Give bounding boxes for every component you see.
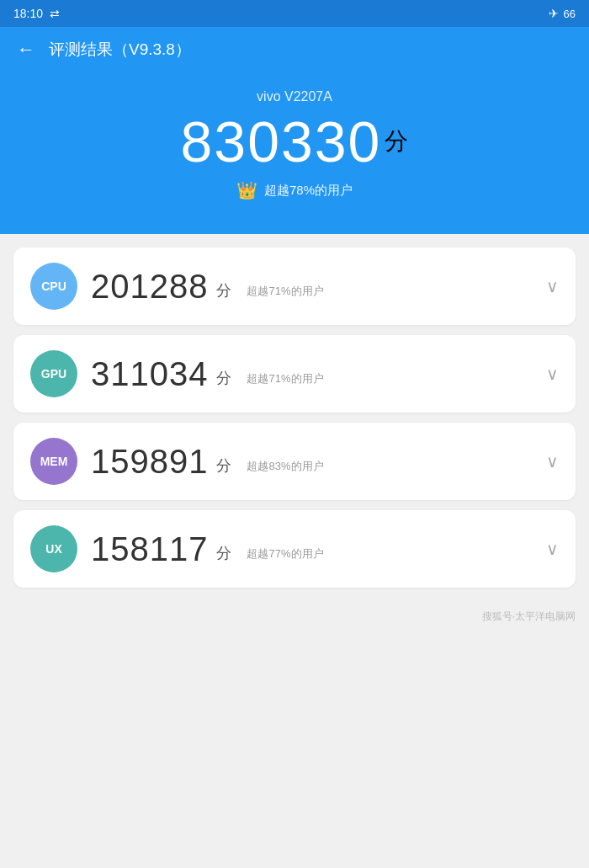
score-section: vivo V2207A 830330 分 👑 超越78%的用户 — [0, 72, 589, 234]
card-content-mem: 159891 分 超越83%的用户 — [91, 443, 533, 481]
total-percentile: 👑 超越78%的用户 — [236, 180, 353, 200]
expand-gpu-icon[interactable]: ∨ — [546, 364, 559, 384]
expand-mem-icon[interactable]: ∨ — [546, 451, 559, 471]
back-button[interactable]: ← — [17, 39, 35, 61]
status-left: 18:10 ⇄ — [13, 7, 60, 20]
sync-icon: ⇄ — [50, 7, 60, 20]
badge-ux: UX — [30, 525, 77, 572]
percentile-gpu: 超越71%的用户 — [240, 371, 533, 386]
score-unit: 分 — [385, 125, 408, 157]
badge-mem: MEM — [30, 438, 77, 485]
score-card-ux[interactable]: UX 158117 分 超越77%的用户 ∨ — [13, 510, 576, 588]
score-card-gpu[interactable]: GPU 311034 分 超越71%的用户 ∨ — [13, 335, 576, 413]
time-display: 18:10 — [13, 7, 43, 20]
unit-gpu: 分 — [216, 368, 231, 388]
score-gpu: 311034 — [91, 355, 208, 393]
card-content-gpu: 311034 分 超越71%的用户 — [91, 355, 533, 393]
device-name: vivo V2207A — [257, 89, 332, 104]
expand-cpu-icon[interactable]: ∨ — [546, 276, 559, 296]
crown-icon: 👑 — [236, 180, 257, 200]
unit-mem: 分 — [216, 455, 231, 476]
score-mem: 159891 — [91, 443, 208, 481]
footer-watermark: 搜狐号·太平洋电脑网 — [0, 601, 589, 637]
expand-ux-icon[interactable]: ∨ — [546, 539, 559, 559]
score-ux: 158117 — [91, 530, 208, 568]
airplane-icon: ✈ — [549, 7, 559, 20]
badge-cpu: CPU — [30, 263, 77, 310]
total-score: 830330 — [181, 113, 382, 170]
score-cpu: 201288 — [91, 268, 208, 306]
card-content-ux: 158117 分 超越77%的用户 — [91, 530, 533, 568]
unit-cpu: 分 — [216, 280, 231, 301]
card-content-cpu: 201288 分 超越71%的用户 — [91, 268, 533, 306]
status-right: ✈ 66 — [549, 7, 576, 20]
score-card-cpu[interactable]: CPU 201288 分 超越71%的用户 ∨ — [13, 248, 576, 325]
battery-indicator: 66 — [564, 8, 576, 20]
badge-gpu: GPU — [30, 350, 77, 397]
status-bar: 18:10 ⇄ ✈ 66 — [0, 0, 589, 27]
percentile-text: 超越78%的用户 — [264, 183, 353, 199]
percentile-mem: 超越83%的用户 — [240, 459, 533, 474]
percentile-cpu: 超越71%的用户 — [240, 284, 533, 299]
categories-section: CPU 201288 分 超越71%的用户 ∨ GPU 311034 分 超越7… — [0, 234, 589, 601]
battery-level: 66 — [564, 8, 576, 20]
unit-ux: 分 — [216, 543, 231, 563]
page-title: 评测结果（V9.3.8） — [49, 39, 191, 61]
percentile-ux: 超越77%的用户 — [240, 546, 533, 562]
page-header: ← 评测结果（V9.3.8） — [0, 27, 589, 72]
score-card-mem[interactable]: MEM 159891 分 超越83%的用户 ∨ — [13, 423, 576, 500]
